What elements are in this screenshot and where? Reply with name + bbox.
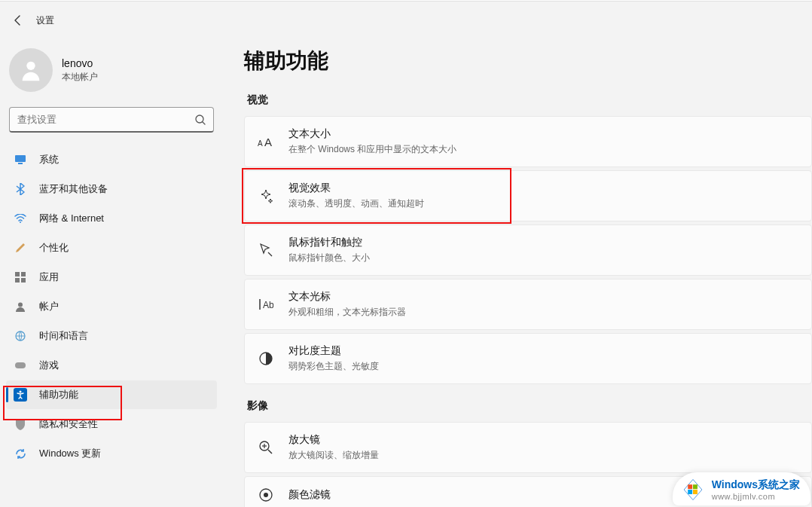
svg-line-2 (203, 122, 205, 124)
card-text-size[interactable]: AA 文本大小 在整个 Windows 和应用中显示的文本大小 (244, 116, 812, 167)
section-image-heading: 影像 (247, 399, 812, 413)
card-magnifier[interactable]: 放大镜 放大镜阅读、缩放增量 (244, 422, 812, 473)
sidebar-item-gaming[interactable]: 游戏 (6, 351, 217, 380)
svg-rect-12 (15, 362, 26, 368)
watermark-url: www.bjjmlv.com (712, 492, 800, 501)
shield-icon (14, 417, 27, 431)
svg-point-5 (20, 221, 21, 223)
svg-rect-27 (693, 484, 698, 489)
card-subtitle: 鼠标指针颜色、大小 (288, 252, 802, 264)
card-title: 对比度主题 (288, 344, 802, 358)
globe-icon (14, 329, 27, 343)
user-block[interactable]: lenovo 本地帐户 (6, 45, 217, 104)
svg-point-24 (264, 493, 268, 497)
brush-icon (14, 241, 27, 255)
card-contrast-themes[interactable]: 对比度主题 弱势彩色主题、光敏度 (244, 333, 812, 384)
card-title: 视觉效果 (288, 182, 802, 195)
windows-logo-icon (680, 477, 706, 502)
avatar (9, 48, 53, 92)
watermark-brand: Windows系统之家 (712, 478, 800, 492)
sidebar-item-label: Windows 更新 (39, 447, 101, 460)
card-subtitle: 滚动条、透明度、动画、通知超时 (288, 197, 802, 210)
svg-text:A: A (264, 136, 272, 148)
person-icon (14, 300, 27, 313)
sidebar-item-label: 应用 (39, 270, 59, 284)
card-subtitle: 放大镜阅读、缩放增量 (288, 449, 802, 462)
page-title: 辅助功能 (244, 47, 812, 75)
svg-rect-3 (15, 155, 26, 162)
sidebar-item-label: 网络 & Internet (39, 212, 104, 225)
svg-point-13 (20, 391, 22, 393)
card-mouse-pointer[interactable]: 鼠标指针和触控 鼠标指针颜色、大小 (244, 224, 812, 276)
search-input[interactable] (9, 107, 214, 133)
header-title: 设置 (36, 14, 54, 27)
sidebar-item-label: 隐私和安全性 (39, 417, 98, 431)
svg-text:Ab: Ab (263, 300, 273, 310)
svg-point-1 (196, 115, 203, 123)
card-title: 放大镜 (288, 433, 802, 447)
text-cursor-icon: Ab (257, 295, 275, 313)
sidebar-item-label: 帐户 (39, 300, 59, 313)
svg-rect-26 (688, 484, 692, 489)
sidebar-item-label: 个性化 (39, 241, 69, 255)
sidebar-item-label: 游戏 (39, 359, 59, 372)
search-icon (194, 114, 206, 126)
card-visual-effects[interactable]: 视觉效果 滚动条、透明度、动画、通知超时 (244, 170, 812, 221)
sidebar-item-personalization[interactable]: 个性化 (6, 234, 217, 262)
cursor-icon (257, 241, 275, 259)
update-icon (14, 447, 27, 460)
sidebar-item-apps[interactable]: 应用 (6, 263, 217, 292)
sidebar-item-system[interactable]: 系统 (6, 145, 217, 174)
card-title: 鼠标指针和触控 (288, 236, 802, 249)
text-size-icon: AA (257, 133, 275, 151)
watermark: Windows系统之家 www.bjjmlv.com (673, 472, 810, 505)
sidebar-item-label: 辅助功能 (39, 388, 78, 402)
sidebar-item-windows-update[interactable]: Windows 更新 (6, 439, 217, 468)
magnifier-icon (257, 438, 275, 457)
apps-icon (14, 270, 27, 284)
sidebar-item-time-language[interactable]: 时间和语言 (6, 322, 217, 350)
wifi-icon (14, 212, 27, 225)
person-icon (18, 57, 44, 83)
svg-rect-7 (21, 272, 26, 276)
svg-rect-29 (693, 490, 698, 494)
user-subtitle: 本地帐户 (62, 71, 98, 84)
card-text-cursor[interactable]: Ab 文本光标 外观和粗细，文本光标指示器 (244, 279, 812, 330)
sidebar-item-bluetooth[interactable]: 蓝牙和其他设备 (6, 175, 217, 203)
svg-rect-9 (21, 278, 26, 283)
svg-point-10 (18, 303, 23, 307)
monitor-icon (14, 153, 27, 166)
sidebar-item-label: 时间和语言 (39, 329, 88, 343)
card-subtitle: 弱势彩色主题、光敏度 (288, 360, 802, 373)
card-subtitle: 在整个 Windows 和应用中显示的文本大小 (288, 143, 802, 156)
svg-rect-6 (15, 272, 20, 276)
svg-point-0 (26, 62, 35, 70)
contrast-icon (257, 350, 275, 368)
accessibility-icon (14, 388, 27, 402)
section-vision-heading: 视觉 (247, 93, 812, 107)
card-title: 文本光标 (288, 290, 802, 304)
sidebar-item-accounts[interactable]: 帐户 (6, 292, 217, 321)
svg-text:A: A (258, 139, 263, 148)
card-subtitle: 外观和粗细，文本光标指示器 (288, 306, 802, 319)
sidebar-item-label: 蓝牙和其他设备 (39, 182, 108, 196)
user-name: lenovo (62, 57, 98, 69)
color-wheel-icon (257, 486, 275, 504)
svg-rect-28 (688, 490, 692, 494)
gamepad-icon (14, 359, 27, 372)
back-button[interactable] (6, 8, 30, 32)
card-title: 文本大小 (288, 127, 802, 141)
svg-rect-8 (15, 278, 20, 283)
sidebar-item-accessibility[interactable]: 辅助功能 (6, 380, 217, 409)
sidebar-item-label: 系统 (39, 153, 59, 166)
svg-line-22 (268, 450, 272, 454)
sidebar-item-privacy[interactable]: 隐私和安全性 (6, 410, 217, 438)
sidebar-item-network[interactable]: 网络 & Internet (6, 204, 217, 233)
svg-rect-4 (18, 163, 23, 164)
sparkle-icon (257, 187, 275, 205)
bluetooth-icon (14, 182, 27, 196)
arrow-left-icon (12, 14, 24, 26)
